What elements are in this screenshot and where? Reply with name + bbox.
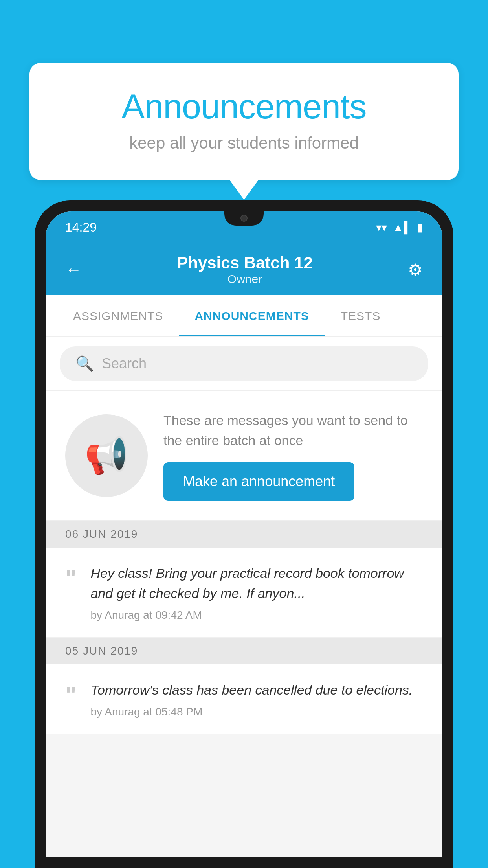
message-meta-2: by Anurag at 05:48 PM [90,706,423,718]
announcement-icon-circle: 📢 [65,414,148,497]
signal-icon: ▲▌ [393,221,411,234]
phone-wrapper: 14:29 ▾▾ ▲▌ ▮ ← Physics Batch 12 Owner ⚙ [35,200,453,868]
bubble-subtitle: keep all your students informed [61,134,427,153]
front-camera [240,215,248,222]
speech-bubble-card: Announcements keep all your students inf… [29,63,459,180]
quote-icon-1: " [65,566,76,590]
message-content-1: Hey class! Bring your practical record b… [90,563,423,622]
date-separator-1: 06 JUN 2019 [46,521,442,548]
tab-tests[interactable]: TESTS [325,295,396,336]
quote-icon-2: " [65,683,76,707]
settings-icon[interactable]: ⚙ [408,260,423,280]
announcement-right: These are messages you want to send to t… [163,410,423,501]
app-header: ← Physics Batch 12 Owner ⚙ [46,242,442,295]
search-input[interactable]: Search [102,355,147,372]
tab-announcements[interactable]: ANNOUNCEMENTS [179,295,325,336]
date-separator-2: 05 JUN 2019 [46,638,442,664]
battery-icon: ▮ [417,221,423,234]
status-icons: ▾▾ ▲▌ ▮ [376,221,423,234]
speech-bubble-section: Announcements keep all your students inf… [29,63,459,180]
status-time: 14:29 [65,220,97,235]
header-center: Physics Batch 12 Owner [177,254,313,286]
search-bar[interactable]: 🔍 Search [60,346,428,381]
announcement-description: These are messages you want to send to t… [163,410,423,451]
message-meta-1: by Anurag at 09:42 AM [90,609,423,622]
content-area[interactable]: 🔍 Search 📢 These are messages you want t… [46,337,442,857]
make-announcement-button[interactable]: Make an announcement [163,462,354,501]
tabs-bar: ASSIGNMENTS ANNOUNCEMENTS TESTS [46,295,442,337]
bubble-title: Announcements [61,86,427,127]
message-item-2[interactable]: " Tomorrow's class has been cancelled du… [46,664,442,734]
batch-role: Owner [177,272,313,286]
wifi-icon: ▾▾ [376,221,387,234]
tab-assignments[interactable]: ASSIGNMENTS [57,295,179,336]
phone-notch [224,211,264,226]
message-text-2: Tomorrow's class has been cancelled due … [90,680,423,700]
phone-screen: 14:29 ▾▾ ▲▌ ▮ ← Physics Batch 12 Owner ⚙ [46,211,442,857]
search-container: 🔍 Search [46,337,442,391]
message-item-1[interactable]: " Hey class! Bring your practical record… [46,548,442,638]
back-button[interactable]: ← [65,260,82,279]
megaphone-icon: 📢 [84,435,128,476]
message-text-1: Hey class! Bring your practical record b… [90,563,423,603]
batch-title: Physics Batch 12 [177,254,313,272]
announcement-intro: 📢 These are messages you want to send to… [46,391,442,521]
phone-frame: 14:29 ▾▾ ▲▌ ▮ ← Physics Batch 12 Owner ⚙ [35,200,453,868]
search-icon: 🔍 [75,355,94,372]
message-content-2: Tomorrow's class has been cancelled due … [90,680,423,718]
